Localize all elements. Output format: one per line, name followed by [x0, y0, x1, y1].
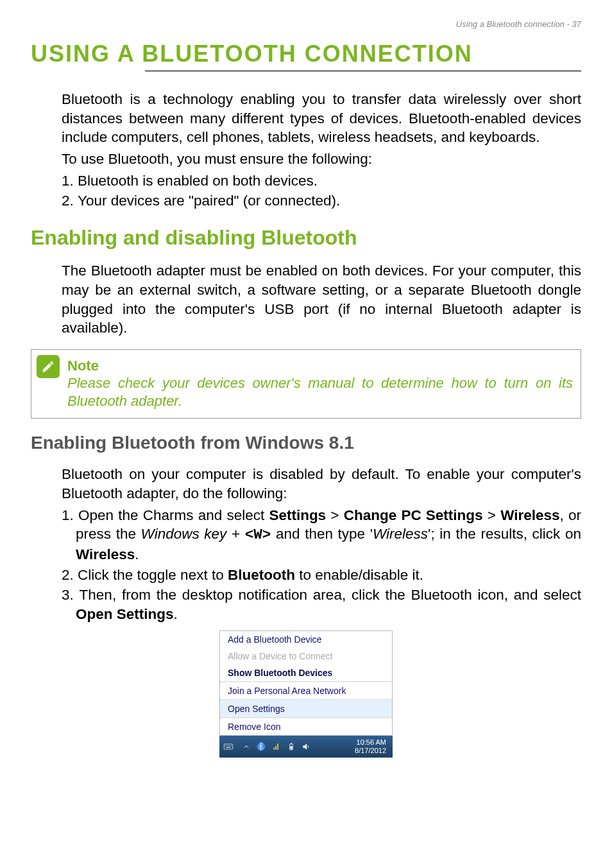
- step-text: .: [135, 546, 139, 562]
- section2-intro: Bluetooth on your computer is disabled b…: [62, 465, 581, 503]
- ensure-steps: Bluetooth is enabled on both devices. Yo…: [62, 171, 581, 211]
- svg-rect-3: [229, 745, 230, 746]
- list-item: Your devices are "paired" (or connected)…: [62, 191, 581, 211]
- step-text: Click the toggle next to: [78, 567, 228, 583]
- menu-item-open-settings[interactable]: Open Settings: [220, 700, 392, 717]
- step-text: to enable/disable it.: [295, 567, 423, 583]
- section-heading-enabling: Enabling and disabling Bluetooth: [31, 226, 581, 250]
- win81-steps: Open the Charms and select Settings > Ch…: [62, 506, 581, 624]
- taskbar: 10:56 AM 8/17/2012: [219, 736, 393, 758]
- list-item: Then, from the desktop notification area…: [62, 586, 581, 623]
- note-body: Please check your devices owner's manual…: [67, 374, 573, 410]
- menu-item-remove-icon[interactable]: Remove Icon: [220, 718, 392, 735]
- label-open-settings: Open Settings: [76, 606, 174, 622]
- section-heading-win81: Enabling Bluetooth from Windows 8.1: [31, 433, 581, 453]
- taskbar-clock[interactable]: 10:56 AM 8/17/2012: [355, 738, 389, 754]
- page-title: USING A BLUETOOTH CONNECTION: [31, 40, 581, 67]
- label-settings: Settings: [269, 507, 326, 523]
- key-w: <W>: [245, 526, 271, 543]
- svg-rect-2: [227, 745, 228, 746]
- label-wireless-search: Wireless: [373, 526, 428, 542]
- intro-paragraph: Bluetooth is a technology enabling you t…: [62, 90, 581, 147]
- title-rule: [145, 70, 581, 72]
- menu-item-allow-connect: Allow a Device to Connect: [220, 648, 392, 664]
- pencil-icon: [41, 360, 55, 374]
- step-text: .: [174, 606, 178, 622]
- ensure-line: To use Bluetooth, you must ensure the fo…: [62, 150, 581, 169]
- menu-item-show-devices[interactable]: Show Bluetooth Devices: [220, 664, 392, 681]
- section1-body: The Bluetooth adapter must be enabled on…: [62, 261, 581, 338]
- clock-date: 8/17/2012: [355, 747, 386, 755]
- svg-rect-1: [225, 745, 226, 746]
- label-wireless-result: Wireless: [76, 546, 135, 562]
- label-windows-key: Windows key: [141, 526, 227, 542]
- step-text: '; in the results, click on: [428, 526, 581, 542]
- clock-time: 10:56 AM: [355, 738, 386, 747]
- keyboard-icon[interactable]: [223, 742, 234, 752]
- svg-rect-5: [226, 747, 231, 747]
- step-text: Open the Charms and select: [78, 507, 269, 523]
- network-icon[interactable]: [272, 742, 281, 751]
- label-wireless: Wireless: [500, 507, 559, 523]
- note-box: Note Please check your devices owner's m…: [31, 349, 581, 419]
- step-text: and then type ': [271, 526, 373, 542]
- svg-rect-4: [230, 745, 231, 746]
- list-item: Bluetooth is enabled on both devices.: [62, 171, 581, 191]
- step-text: +: [226, 526, 244, 542]
- svg-rect-8: [291, 743, 292, 744]
- note-icon: [37, 355, 60, 378]
- label-change-pc: Change PC Settings: [344, 507, 483, 523]
- list-item: Click the toggle next to Bluetooth to en…: [62, 566, 581, 585]
- svg-rect-0: [224, 744, 232, 749]
- battery-icon[interactable]: [287, 742, 295, 751]
- menu-item-add-device[interactable]: Add a Bluetooth Device: [220, 631, 392, 648]
- bluetooth-context-menu-screenshot: Add a Bluetooth Device Allow a Device to…: [219, 630, 393, 758]
- chevron-up-icon[interactable]: [242, 743, 250, 751]
- context-menu: Add a Bluetooth Device Allow a Device to…: [219, 630, 393, 736]
- svg-rect-9: [291, 746, 293, 749]
- label-bluetooth: Bluetooth: [228, 567, 295, 583]
- step-text: >: [326, 507, 344, 523]
- note-title: Note: [67, 355, 573, 374]
- menu-item-join-pan[interactable]: Join a Personal Area Network: [220, 682, 392, 699]
- page-header: Using a Bluetooth connection - 37: [31, 19, 581, 29]
- list-item: Open the Charms and select Settings > Ch…: [62, 506, 581, 564]
- step-text: >: [483, 507, 501, 523]
- step-text: Then, from the desktop notification area…: [80, 587, 581, 603]
- tray-icons: [242, 742, 310, 751]
- volume-icon[interactable]: [302, 742, 310, 751]
- bluetooth-icon[interactable]: [257, 742, 266, 751]
